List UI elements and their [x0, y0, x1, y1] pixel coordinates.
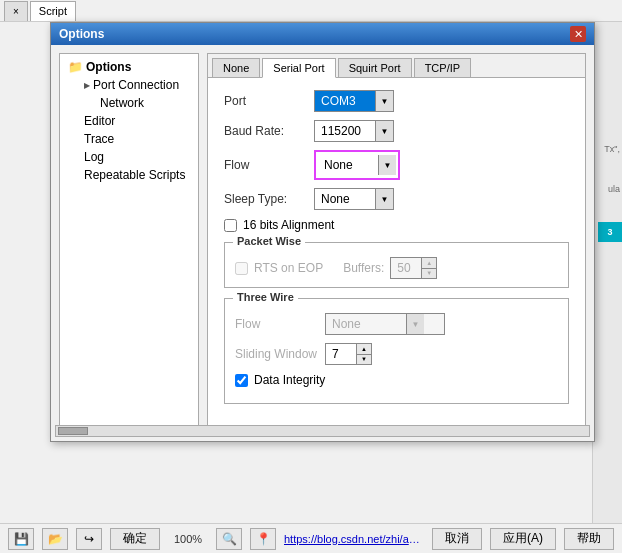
tree-root-label: Options: [86, 60, 131, 74]
buffers-value: 50: [391, 258, 421, 278]
sliding-value: 7: [326, 344, 356, 364]
data-integrity-row: Data Integrity: [235, 373, 558, 387]
tree-item-network[interactable]: Network: [96, 94, 194, 112]
tree-item-port-connection[interactable]: ▶ Port Connection: [80, 76, 194, 94]
tab-none-label: None: [223, 62, 249, 74]
packet-wise-content: RTS on EOP Buffers: 50 ▲ ▼: [235, 251, 558, 279]
three-wire-flow-control: None ▼: [325, 313, 445, 335]
tree-item-log[interactable]: Log: [80, 148, 194, 166]
sliding-spinner-btns: ▲ ▼: [356, 344, 371, 364]
port-dropdown[interactable]: COM3 ▼: [314, 90, 394, 112]
baud-control: 115200 ▼: [314, 120, 394, 142]
data-integrity-checkbox[interactable]: [235, 374, 248, 387]
rts-row: RTS on EOP: [235, 261, 323, 275]
buffers-label: Buffers:: [343, 261, 384, 275]
three-wire-flow-row: Flow None ▼: [235, 313, 558, 335]
side-number: 3: [598, 222, 622, 242]
tab-squirt-port[interactable]: Squirt Port: [338, 58, 412, 77]
share-icon-btn[interactable]: ↪: [76, 528, 102, 550]
baud-value: 115200: [315, 121, 375, 141]
tree-item-repeatable-label: Repeatable Scripts: [84, 168, 185, 182]
sleep-dropdown-arrow[interactable]: ▼: [375, 189, 393, 209]
share-icon: ↪: [84, 532, 94, 546]
location-icon-btn[interactable]: 📍: [250, 528, 276, 550]
sliding-control: 7 ▲ ▼: [325, 343, 372, 365]
top-tabbar: × Script: [0, 0, 622, 22]
sleep-label: Sleep Type:: [224, 192, 314, 206]
baud-dropdown-arrow[interactable]: ▼: [375, 121, 393, 141]
rts-label: RTS on EOP: [254, 261, 323, 275]
tree-item-trace[interactable]: Trace: [80, 130, 194, 148]
three-wire-flow-arrow[interactable]: ▼: [406, 314, 424, 334]
scrollbar-thumb[interactable]: [59, 427, 88, 433]
tab-serial-label: Serial Port: [273, 62, 324, 74]
three-wire-content: Flow None ▼ Sliding Window: [235, 307, 558, 387]
tab-serial-port[interactable]: Serial Port: [262, 58, 335, 78]
alignment-checkbox[interactable]: [224, 219, 237, 232]
folder-open-icon: 📂: [48, 532, 63, 546]
save-icon: 💾: [14, 532, 29, 546]
flow-dropdown[interactable]: None ▼: [318, 154, 396, 176]
alignment-row: 16 bits Alignment: [224, 218, 569, 232]
bg-text-1: Tx",: [594, 142, 622, 156]
save-icon-btn[interactable]: 💾: [8, 528, 34, 550]
baud-row: Baud Rate: 115200 ▼: [224, 120, 569, 142]
tree-item-trace-label: Trace: [84, 132, 114, 146]
folder-icon: 📁: [68, 60, 83, 74]
buffers-spinner[interactable]: 50 ▲ ▼: [390, 257, 437, 279]
flow-row: Flow None ▼: [224, 150, 569, 180]
sliding-spinner[interactable]: 7 ▲ ▼: [325, 343, 372, 365]
apply-button[interactable]: 应用(A): [490, 528, 556, 550]
tab-tcpip[interactable]: TCP/IP: [414, 58, 471, 77]
sliding-up-btn[interactable]: ▲: [357, 344, 371, 355]
tab-none[interactable]: None: [212, 58, 260, 77]
dialog-title: Options: [59, 27, 104, 41]
tab-script-label: Script: [39, 5, 67, 17]
three-wire-flow-dropdown[interactable]: None ▼: [325, 313, 445, 335]
alignment-label: 16 bits Alignment: [243, 218, 334, 232]
flow-dropdown-arrow[interactable]: ▼: [378, 155, 396, 175]
help-button[interactable]: 帮助: [564, 528, 614, 550]
three-wire-group: Three Wire Flow None ▼: [224, 298, 569, 404]
expand-arrow-icon: ▶: [84, 81, 90, 90]
sliding-down-btn[interactable]: ▼: [357, 355, 371, 365]
url-display[interactable]: https://blog.csdn.net/zhi/aut...: [284, 533, 424, 545]
tree-item-editor-label: Editor: [84, 114, 115, 128]
confirm-button[interactable]: 确定: [110, 528, 160, 550]
tree-scrollbar[interactable]: [59, 425, 199, 433]
tree-panel: 📁 Options ▶ Port Connection Network Edit…: [59, 53, 199, 433]
tree-root[interactable]: 📁 Options: [64, 58, 194, 76]
dialog-close-button[interactable]: ✕: [570, 26, 586, 42]
content-tabs: None Serial Port Squirt Port TCP/IP: [208, 54, 585, 78]
content-panel: None Serial Port Squirt Port TCP/IP Port: [207, 53, 586, 433]
dialog-titlebar: Options ✕: [51, 23, 594, 45]
open-icon-btn[interactable]: 📂: [42, 528, 68, 550]
buffers-row: Buffers: 50 ▲ ▼: [343, 257, 437, 279]
baud-label: Baud Rate:: [224, 124, 314, 138]
cancel-button[interactable]: 取消: [432, 528, 482, 550]
port-dropdown-arrow[interactable]: ▼: [375, 91, 393, 111]
rts-checkbox[interactable]: [235, 262, 248, 275]
sliding-row: Sliding Window 7 ▲ ▼: [235, 343, 558, 365]
tree-item-log-label: Log: [84, 150, 104, 164]
zoom-icon-btn[interactable]: 🔍: [216, 528, 242, 550]
sleep-dropdown[interactable]: None ▼: [314, 188, 394, 210]
tree-item-editor[interactable]: Editor: [80, 112, 194, 130]
bg-right-panel: Tx", ula 3: [592, 22, 622, 523]
flow-control: None ▼: [314, 150, 400, 180]
baud-dropdown[interactable]: 115200 ▼: [314, 120, 394, 142]
tree-item-repeatable[interactable]: Repeatable Scripts: [80, 166, 194, 184]
tab-close-label: ×: [13, 6, 19, 17]
magnifier-icon: 🔍: [222, 532, 237, 546]
tab-script[interactable]: Script: [30, 1, 76, 21]
flow-label: Flow: [224, 158, 314, 172]
buffers-up-btn[interactable]: ▲: [422, 258, 436, 269]
packet-wise-group: Packet Wise RTS on EOP Buffers: 50: [224, 242, 569, 288]
buffers-spinner-btns: ▲ ▼: [421, 258, 436, 278]
dialog-body: 📁 Options ▶ Port Connection Network Edit…: [51, 45, 594, 441]
tab-close-item[interactable]: ×: [4, 1, 28, 21]
port-control: COM3 ▼: [314, 90, 394, 112]
bg-text-2: ula: [594, 182, 622, 196]
sleep-value: None: [315, 189, 375, 209]
buffers-down-btn[interactable]: ▼: [422, 269, 436, 279]
